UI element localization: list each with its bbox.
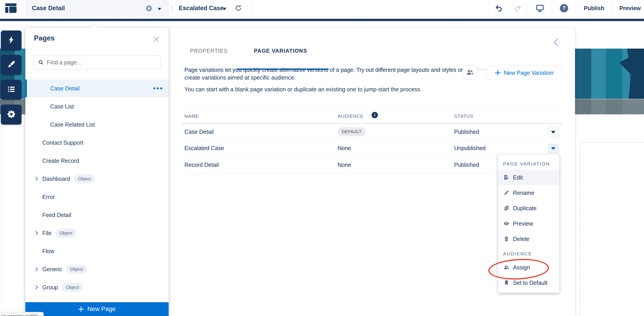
settings-tool-button[interactable]: [1, 105, 22, 125]
chevron-right-icon[interactable]: [34, 176, 39, 181]
page-label: Feed Detail: [42, 212, 71, 218]
page-label: File: [42, 230, 51, 236]
page-search-input[interactable]: [46, 59, 160, 66]
row-menu-dots-icon[interactable]: [154, 87, 162, 89]
new-page-button[interactable]: New Page: [25, 302, 168, 316]
chevron-right-icon[interactable]: [34, 267, 39, 272]
pages-list-icon: [7, 85, 16, 94]
object-badge: Object: [66, 265, 87, 274]
divider: [168, 0, 169, 16]
pages-item-contact-support[interactable]: Contact Support: [25, 134, 168, 151]
app-builder-logo-icon: [5, 3, 16, 13]
variation-caret-icon[interactable]: [222, 7, 226, 11]
object-badge: Object: [74, 174, 95, 183]
pages-item-case-detail[interactable]: Case Detail: [25, 80, 168, 97]
pages-item-dashboard[interactable]: Dashboard Object: [25, 170, 168, 188]
page-label: Contact Support: [42, 139, 83, 146]
theme-tool-button[interactable]: [1, 55, 22, 75]
menu-item-preview[interactable]: Preview: [498, 216, 559, 231]
undo-icon[interactable]: [494, 3, 504, 13]
row-actions-dropdown-button[interactable]: [548, 127, 558, 137]
page-title: Case Detail: [32, 5, 65, 12]
assign-people-icon: [504, 265, 509, 270]
new-page-variation-button[interactable]: New Page Variation: [486, 65, 562, 80]
menu-section-header: AUDIENCE: [503, 251, 532, 257]
page-label: Case Detail: [50, 85, 80, 92]
breadcrumb-chevron-icon: [169, 5, 174, 12]
page-settings-gear-icon[interactable]: [145, 4, 153, 12]
menu-item-set-to-default[interactable]: Set to Default: [498, 275, 559, 291]
menu-item-edit[interactable]: Edit: [498, 170, 559, 185]
variation-actions-menu: PAGE VARIATION Edit Rename Duplicate: [498, 154, 560, 293]
caret-down-icon: [551, 147, 556, 150]
menu-item-label: Delete: [513, 236, 529, 242]
lightning-icon: [7, 36, 16, 45]
object-badge: Object: [62, 283, 83, 292]
chevron-right-icon[interactable]: [34, 231, 39, 236]
desktop-preview-icon[interactable]: [535, 3, 545, 13]
pages-item-group[interactable]: Group Object: [25, 279, 168, 296]
canvas-header-strip: [0, 19, 644, 21]
pages-item-case-related-list[interactable]: Case Related List: [25, 116, 168, 133]
chevron-right-icon[interactable]: [34, 285, 39, 290]
close-icon[interactable]: [152, 35, 160, 43]
pages-tool-button[interactable]: [1, 80, 22, 100]
refresh-icon[interactable]: [234, 3, 243, 13]
divider: [552, 0, 552, 16]
menu-item-label: Edit: [513, 174, 523, 181]
pages-item-generic[interactable]: Generic Object: [25, 260, 168, 278]
settings-caret-icon[interactable]: [158, 7, 161, 11]
bookmark-icon: [504, 280, 509, 286]
page-label: Create Record: [42, 158, 79, 164]
pages-item-file[interactable]: File Object: [25, 224, 168, 242]
edit-icon: [504, 175, 509, 180]
canvas-dropzone-line: [0, 21, 644, 22]
tab-page-variations[interactable]: PAGE VARIATIONS: [254, 48, 307, 54]
canvas-left-border: [2, 115, 2, 316]
row-name: Case Detail: [184, 129, 214, 135]
row-audience: None: [338, 162, 351, 168]
divider: [527, 0, 527, 16]
preview-button[interactable]: Preview: [619, 5, 641, 11]
canvas-region-divider-horizontal: [580, 142, 644, 143]
page-label: Generic: [42, 266, 62, 273]
lightning-app-builder: Case Detail Escalated Case: [0, 0, 644, 316]
publish-button[interactable]: Publish: [584, 5, 604, 11]
help-icon[interactable]: ?: [560, 4, 568, 12]
panel-nubbin: [90, 24, 98, 32]
audience-info-icon[interactable]: i: [372, 112, 378, 118]
variation-selector[interactable]: Escalated Case: [179, 5, 224, 12]
tab-properties[interactable]: PROPERTIES: [190, 48, 228, 54]
menu-item-assign[interactable]: Assign: [498, 260, 559, 275]
menu-item-duplicate[interactable]: Duplicate: [498, 201, 559, 216]
menu-section-header: PAGE VARIATION: [503, 161, 550, 167]
menu-item-label: Rename: [513, 190, 534, 196]
components-tool-button[interactable]: [1, 30, 22, 50]
manage-audiences-button[interactable]: [463, 65, 477, 80]
row-name: Escalated Case: [184, 145, 224, 151]
plus-icon: [78, 307, 84, 312]
new-page-variation-label: New Page Variation: [504, 70, 553, 76]
pages-item-flow[interactable]: Flow: [25, 242, 168, 260]
menu-item-rename[interactable]: Rename: [498, 185, 559, 201]
variations-intro-text-2: You can start with a blank page variatio…: [184, 86, 501, 93]
menu-item-delete[interactable]: Delete: [498, 231, 559, 247]
col-header-audience: AUDIENCE: [338, 113, 364, 119]
builder-toolbar: Case Detail Escalated Case: [0, 0, 644, 16]
pages-item-create-record[interactable]: Create Record: [25, 152, 168, 170]
help-glyph: ?: [562, 5, 566, 11]
pages-item-feed-detail[interactable]: Feed Detail: [25, 206, 168, 224]
default-audience-badge: DEFAULT: [338, 127, 366, 136]
redo-icon[interactable]: [513, 3, 523, 13]
pages-item-error[interactable]: Error: [25, 188, 168, 206]
menu-item-label: Set to Default: [513, 280, 547, 286]
pencil-icon: [504, 190, 509, 196]
row-name: Record Detail: [184, 162, 218, 168]
pages-item-case-list[interactable]: Case List: [25, 98, 168, 115]
col-header-name: NAME: [184, 113, 199, 119]
row-actions-dropdown-button-open[interactable]: [548, 144, 558, 153]
row-status: Published: [454, 129, 479, 135]
caret-down-icon: [551, 131, 556, 134]
collapse-panel-chevron-icon[interactable]: [552, 38, 560, 48]
pages-panel-title: Pages: [34, 34, 54, 42]
